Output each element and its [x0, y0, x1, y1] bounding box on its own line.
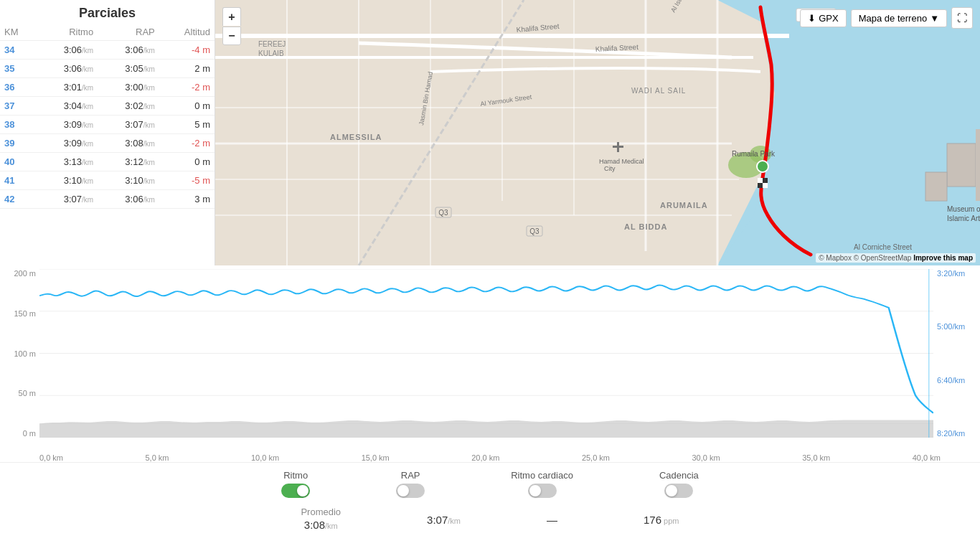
toggle-item-ritmo-cardiaco: Ritmo cardiaco [511, 470, 573, 498]
x-axis-label: 40,0 km [913, 453, 941, 462]
altitud-cell: 0 m [159, 97, 215, 116]
ritmo-cell: 3:07/km [37, 190, 98, 209]
y-axis-right-label: 8:20/km [937, 429, 965, 438]
toggle-switch-ritmo-cardiaco[interactable] [528, 484, 557, 498]
gpx-download-button[interactable]: ⬇ GPX [800, 9, 846, 27]
svg-rect-50 [947, 143, 976, 187]
toggle-switch-cadencia[interactable] [664, 484, 693, 498]
terrain-selector-button[interactable]: Mapa de terreno ▼ [851, 9, 947, 27]
parciales-table: KM Ritmo RAP Altitud 34 3:06/km 3:06/km … [0, 24, 215, 209]
svg-text:Islamic Art Park: Islamic Art Park [947, 215, 980, 222]
y-axis-right: 3:20/km5:00/km6:40/km8:20/km [933, 269, 980, 452]
km-cell: 41 [0, 171, 37, 190]
ritmo-cell: 3:10/km [37, 171, 98, 190]
altitud-cell: 0 m [159, 153, 215, 171]
toggle-item-ritmo: Ritmo [281, 470, 310, 498]
rap-cell: 3:06/km [98, 41, 159, 60]
toggles-row: Ritmo RAP Ritmo cardiaco Cadencia [0, 462, 980, 502]
svg-text:WADI AL SAIL: WADI AL SAIL [631, 87, 686, 95]
km-cell: 36 [0, 78, 37, 97]
svg-text:ARUMAILA: ARUMAILA [660, 201, 708, 209]
y-axis-label: 150 m [14, 309, 36, 318]
toggle-knob-cadencia [666, 485, 677, 496]
parciales-panel: Parciales KM Ritmo RAP Altitud 34 3:06/k… [0, 0, 215, 265]
svg-rect-52 [976, 129, 980, 201]
x-axis-label: 15,0 km [362, 453, 390, 462]
y-axis-label: 100 m [14, 349, 36, 358]
toggle-switch-ritmo[interactable] [281, 484, 310, 498]
table-row: 34 3:06/km 3:06/km -4 m [0, 41, 215, 60]
map-controls: + − [222, 7, 241, 45]
table-row: 36 3:01/km 3:00/km -2 m [0, 78, 215, 97]
svg-text:City: City [604, 165, 616, 172]
chevron-down-icon: ▼ [930, 13, 939, 24]
svg-text:Hamad Medical: Hamad Medical [599, 158, 644, 165]
toggle-label-rap: RAP [401, 470, 420, 481]
table-row: 38 3:09/km 3:07/km 5 m [0, 116, 215, 134]
svg-text:KULAIB: KULAIB [258, 50, 284, 57]
x-axis-label: 25,0 km [582, 453, 610, 462]
toggle-item-rap: RAP [396, 470, 425, 498]
km-cell: 39 [0, 134, 37, 153]
parciales-title: Parciales [0, 0, 215, 24]
chart-svg [39, 269, 933, 438]
x-axis-label: 30,0 km [692, 453, 720, 462]
y-axis-label: 50 m [19, 389, 36, 397]
altitud-cell: 3 m [159, 190, 215, 209]
ritmo-cell: 3:13/km [37, 153, 98, 171]
svg-point-25 [757, 161, 768, 172]
toggle-knob-ritmo [297, 485, 308, 496]
y-axis-left: 200 m150 m100 m50 m0 m [0, 269, 39, 452]
table-row: 40 3:13/km 3:12/km 0 m [0, 153, 215, 171]
bottom-section: 200 m150 m100 m50 m0 m 3:20/km5:00/km6:4… [0, 265, 980, 551]
x-axis-label: 35,0 km [802, 453, 830, 462]
rap-cell: 3:08/km [98, 134, 159, 153]
toggle-knob-rap [397, 485, 409, 496]
rap-cell: 3:06/km [98, 190, 159, 209]
table-row: 41 3:10/km 3:10/km -5 m [0, 171, 215, 190]
chart-container: 200 m150 m100 m50 m0 m 3:20/km5:00/km6:4… [0, 269, 980, 452]
table-row: 35 3:06/km 3:05/km 2 m [0, 60, 215, 78]
svg-text:Q3: Q3 [529, 227, 540, 235]
zoom-in-button[interactable]: + [222, 7, 241, 26]
altitud-cell: 2 m [159, 60, 215, 78]
map-svg: C Ring ALMESSILA ARUMAILA AL BIDDA [215, 0, 980, 265]
toggle-label-cadencia: Cadencia [659, 470, 699, 481]
col-km: KM [0, 24, 37, 41]
table-row: 42 3:07/km 3:06/km 3 m [0, 190, 215, 209]
zoom-out-button[interactable]: − [222, 27, 241, 45]
col-ritmo: Ritmo [37, 24, 98, 41]
altitud-cell: -4 m [159, 41, 215, 60]
y-axis-label: 0 m [23, 429, 36, 438]
ritmo-cell: 3:04/km [37, 97, 98, 116]
y-axis-right-label: 6:40/km [937, 376, 965, 385]
promedio-cardiaco: — [547, 512, 557, 526]
y-axis-right-label: 3:20/km [937, 269, 965, 278]
toggle-switch-rap[interactable] [396, 484, 425, 498]
svg-rect-28 [763, 183, 768, 188]
download-icon: ⬇ [808, 13, 816, 24]
map-top-right-controls: ⬇ GPX Mapa de terreno ▼ ⛶ [800, 7, 973, 29]
fullscreen-icon: ⛶ [957, 12, 967, 24]
svg-text:Museum of: Museum of [947, 205, 980, 213]
svg-text:Q3: Q3 [438, 209, 448, 217]
km-cell: 38 [0, 116, 37, 134]
rap-cell: 3:05/km [98, 60, 159, 78]
ritmo-cell: 3:06/km [37, 41, 98, 60]
toggle-knob-ritmo-cardiaco [529, 485, 541, 496]
table-row: 39 3:09/km 3:08/km -2 m [0, 134, 215, 153]
x-axis-label: 5,0 km [146, 453, 169, 462]
km-cell: 35 [0, 60, 37, 78]
promedio-rap: 3:07/km [427, 512, 461, 526]
ritmo-cell: 3:01/km [37, 78, 98, 97]
table-row: 37 3:04/km 3:02/km 0 m [0, 97, 215, 116]
km-cell: 34 [0, 41, 37, 60]
km-cell: 40 [0, 153, 37, 171]
altitud-cell: -5 m [159, 171, 215, 190]
altitud-cell: -2 m [159, 78, 215, 97]
fullscreen-button[interactable]: ⛶ [951, 7, 973, 29]
rap-cell: 3:02/km [98, 97, 159, 116]
svg-text:Al Corniche Street: Al Corniche Street [854, 243, 912, 251]
rap-cell: 3:12/km [98, 153, 159, 171]
map-attribution: © Mapbox © OpenStreetMap Improve this ma… [816, 253, 976, 263]
